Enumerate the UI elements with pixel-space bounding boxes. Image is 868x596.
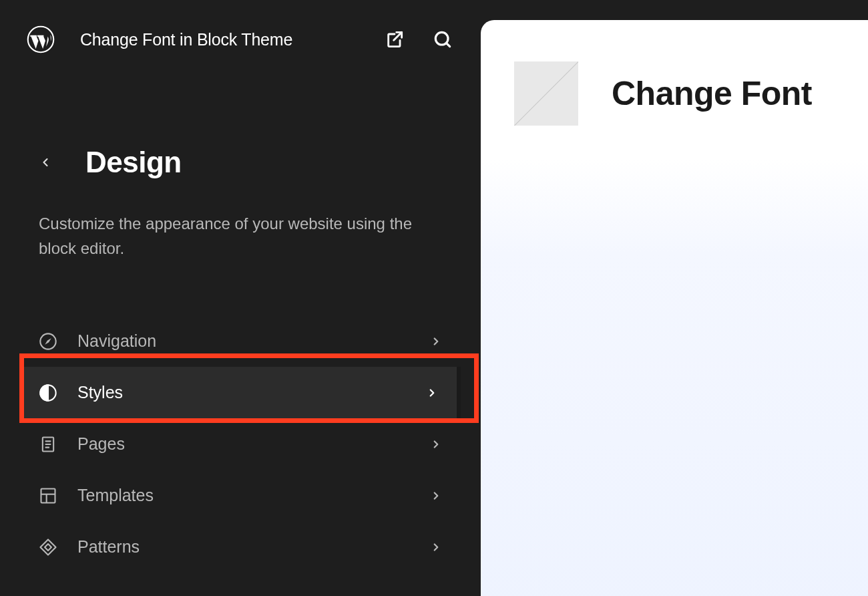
sidebar-header: Change Font in Block Theme <box>0 0 481 53</box>
svg-marker-3 <box>45 338 51 344</box>
preview-site-title: Change Font <box>612 74 812 113</box>
sidebar-item-label: Pages <box>77 434 430 454</box>
search-icon[interactable] <box>431 28 454 51</box>
preview-content-area <box>539 159 868 596</box>
sidebar-item-label: Templates <box>77 486 430 505</box>
site-logo-placeholder[interactable] <box>514 61 578 126</box>
chevron-right-icon <box>430 490 442 502</box>
section-heading: Design <box>0 146 481 179</box>
chevron-right-icon <box>430 541 442 553</box>
header-actions <box>383 28 454 51</box>
chevron-right-icon <box>430 438 442 450</box>
chevron-right-icon <box>430 335 442 347</box>
preview-header: Change Font <box>514 61 868 126</box>
sidebar-item-navigation[interactable]: Navigation <box>20 315 461 367</box>
section-description: Customize the appearance of your website… <box>0 211 481 261</box>
site-editor-sidebar: Change Font in Block Theme <box>0 0 481 596</box>
sidebar-item-pages[interactable]: Pages <box>20 418 461 470</box>
diamond-icon <box>39 538 57 557</box>
preview-body <box>481 159 868 596</box>
svg-rect-9 <box>41 488 55 502</box>
site-preview[interactable]: Change Font <box>481 20 868 596</box>
sidebar-item-patterns[interactable]: Patterns <box>20 521 461 573</box>
design-nav-list: Navigation Styles <box>0 315 481 573</box>
svg-rect-12 <box>40 539 55 555</box>
page-icon <box>39 435 57 454</box>
compass-icon <box>39 332 57 351</box>
sidebar-item-label: Styles <box>77 383 426 402</box>
wordpress-logo-icon[interactable] <box>27 25 55 53</box>
chevron-right-icon <box>426 387 438 399</box>
back-button[interactable] <box>37 154 53 170</box>
contrast-icon <box>39 384 57 402</box>
site-title[interactable]: Change Font in Block Theme <box>80 30 358 49</box>
layout-icon <box>39 486 57 505</box>
sidebar-item-styles[interactable]: Styles <box>20 367 461 418</box>
sidebar-item-templates[interactable]: Templates <box>20 470 461 521</box>
sidebar-item-label: Patterns <box>77 537 430 557</box>
view-site-icon[interactable] <box>383 28 406 51</box>
svg-rect-13 <box>45 544 51 551</box>
section-title: Design <box>85 146 182 179</box>
sidebar-item-label: Navigation <box>77 331 430 351</box>
